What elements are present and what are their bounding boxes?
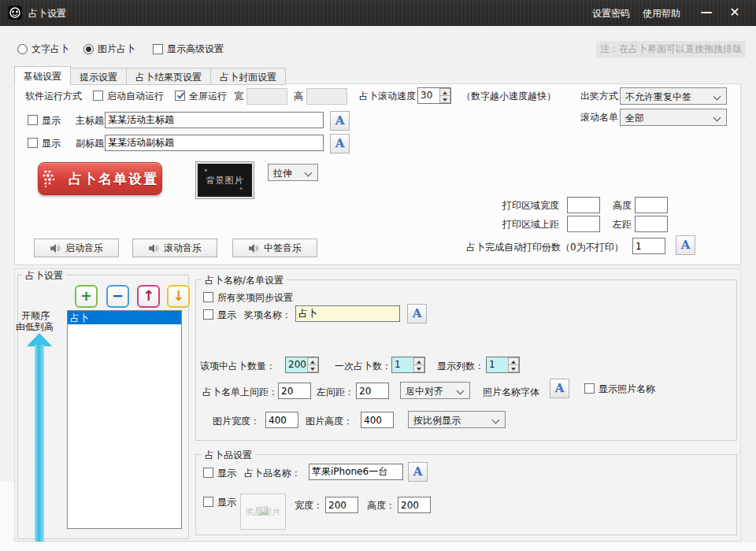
print-height-input[interactable]: [635, 197, 668, 213]
prize-image-picker[interactable]: 奖品图片: [240, 494, 286, 530]
text-mode-label[interactable]: 文字占卜: [32, 43, 69, 55]
spinner-down-icon[interactable]: [508, 365, 519, 372]
prize-name-font-button[interactable]: A: [408, 462, 428, 482]
show-prize-image-label[interactable]: 显示: [217, 496, 236, 508]
prize-width-input[interactable]: [325, 497, 358, 513]
show-prize-image-checkbox[interactable]: [203, 497, 213, 507]
scroll-music-button[interactable]: 滚动音乐: [132, 239, 217, 257]
spinner-up-icon[interactable]: [413, 357, 424, 365]
show-photo-name-label[interactable]: 显示照片名称: [598, 383, 655, 395]
left-margin-input[interactable]: [356, 383, 389, 399]
photo-font-label: 照片名称字体: [483, 386, 539, 398]
scroll-speed-value[interactable]: 30: [418, 88, 439, 103]
draw-item-listbox[interactable]: 占卜: [67, 310, 182, 529]
prize-name-input[interactable]: [309, 464, 403, 480]
print-top-input[interactable]: [567, 216, 600, 232]
top-margin-input[interactable]: [278, 383, 311, 399]
top-margin-label: 占卜名单上间距：: [202, 386, 278, 398]
scroll-list-label: 滚动名单: [580, 111, 618, 124]
name-list-setup-button[interactable]: 占卜名单设置: [38, 162, 162, 195]
print-width-input[interactable]: [567, 197, 600, 213]
screen-width-input[interactable]: [246, 88, 287, 105]
scroll-speed-hint: （数字越小速度越快）: [461, 90, 556, 102]
scroll-speed-spinner: 30: [417, 87, 451, 104]
print-copies-input[interactable]: [632, 238, 665, 254]
photo-font-button[interactable]: A: [550, 379, 569, 398]
award-name-input[interactable]: [295, 305, 400, 322]
print-left-input[interactable]: [635, 216, 668, 232]
tab-result-page-settings[interactable]: 占卜结果页设置: [126, 68, 211, 85]
show-photo-name-checkbox[interactable]: [584, 383, 595, 394]
app-icon: [8, 6, 22, 22]
tab-basic-settings[interactable]: 基础设置: [14, 66, 71, 85]
tab-hint-settings[interactable]: 提示设置: [70, 68, 127, 85]
image-mode-label[interactable]: 图片占卜: [98, 43, 135, 55]
columns-value[interactable]: 1: [487, 357, 508, 372]
auto-run-label[interactable]: 启动自动运行: [107, 90, 164, 102]
show-award-name-label[interactable]: 显示: [217, 309, 236, 321]
show-main-title-label[interactable]: 显示: [42, 114, 61, 127]
show-sub-title-label[interactable]: 显示: [42, 137, 61, 150]
img-width-input[interactable]: [265, 412, 298, 428]
award-mode-select[interactable]: 不允许重复中签: [620, 87, 727, 105]
advanced-settings-checkbox[interactable]: [153, 44, 163, 54]
image-mode-radio[interactable]: [83, 44, 94, 54]
fullscreen-checkbox[interactable]: [175, 91, 185, 101]
list-item[interactable]: 占卜: [68, 311, 181, 324]
speaker-icon: [248, 243, 259, 253]
show-sub-title-checkbox[interactable]: [28, 138, 38, 148]
draw-count-value[interactable]: 200: [286, 357, 307, 372]
advanced-settings-label[interactable]: 显示高级设置: [167, 43, 224, 55]
order-hint-line2: 由低到高: [16, 321, 54, 332]
award-mode-label: 出奖方式: [580, 90, 618, 102]
text-mode-radio[interactable]: [17, 44, 28, 54]
set-password-button[interactable]: 设置密码: [592, 7, 630, 20]
help-button[interactable]: 使用帮助: [643, 7, 680, 20]
background-image-thumb[interactable]: 背景图片: [195, 161, 254, 199]
show-award-name-checkbox[interactable]: [203, 309, 213, 320]
add-item-button[interactable]: +: [75, 285, 98, 308]
move-down-button[interactable]: ↓: [167, 285, 190, 308]
screen-height-input[interactable]: [306, 88, 347, 105]
settings-window: 占卜设置 设置密码 使用帮助 — ✕ 文字占卜 图片占卜 显示高级设置 注：在占…: [0, 0, 756, 551]
remove-item-button[interactable]: −: [106, 285, 129, 308]
align-select[interactable]: 居中对齐: [400, 382, 470, 399]
show-prize-name-label[interactable]: 显示: [217, 467, 236, 479]
prize-height-input[interactable]: [398, 497, 431, 513]
scale-mode-select[interactable]: 按比例显示: [408, 411, 506, 428]
spinner-down-icon[interactable]: [439, 96, 450, 103]
img-height-label: 图片高度：: [306, 415, 353, 427]
show-prize-name-checkbox[interactable]: [203, 468, 213, 478]
left-margin-label: 左间距：: [317, 386, 354, 398]
sub-title-input[interactable]: [105, 135, 324, 151]
spinner-down-icon[interactable]: [413, 365, 424, 372]
win-music-button[interactable]: 中签音乐: [232, 239, 317, 257]
print-font-button[interactable]: A: [676, 235, 695, 255]
spinner-down-icon[interactable]: [307, 365, 318, 372]
close-button[interactable]: ✕: [723, 3, 747, 22]
print-top-label: 打印区域上距: [502, 218, 559, 231]
stretch-mode-select[interactable]: 拉伸: [268, 164, 318, 181]
height-label: 高: [294, 90, 303, 102]
main-title-label: 主标题: [76, 114, 104, 127]
spinner-up-icon[interactable]: [307, 357, 318, 365]
sub-title-font-button[interactable]: A: [330, 134, 350, 153]
per-draw-value[interactable]: 1: [392, 357, 413, 372]
move-up-button[interactable]: ↑: [137, 285, 160, 308]
sync-all-checkbox[interactable]: [203, 292, 213, 302]
img-height-input[interactable]: [361, 412, 394, 428]
auto-run-checkbox[interactable]: [93, 91, 103, 101]
show-main-title-checkbox[interactable]: [28, 115, 38, 125]
scroll-list-select[interactable]: 全部: [620, 109, 727, 126]
spinner-up-icon[interactable]: [508, 357, 519, 365]
sync-all-label[interactable]: 所有奖项同步设置: [217, 291, 293, 304]
fullscreen-label[interactable]: 全屏运行: [189, 90, 227, 102]
award-name-font-button[interactable]: A: [407, 304, 427, 324]
order-hint-line1: 开顺序: [21, 310, 50, 321]
spinner-up-icon[interactable]: [439, 88, 450, 96]
minimize-button[interactable]: —: [695, 3, 718, 22]
main-title-input[interactable]: [105, 112, 324, 128]
main-title-font-button[interactable]: A: [330, 111, 350, 131]
tab-cover-settings[interactable]: 占卜封面设置: [210, 68, 286, 85]
startup-music-button[interactable]: 启动音乐: [34, 239, 119, 257]
